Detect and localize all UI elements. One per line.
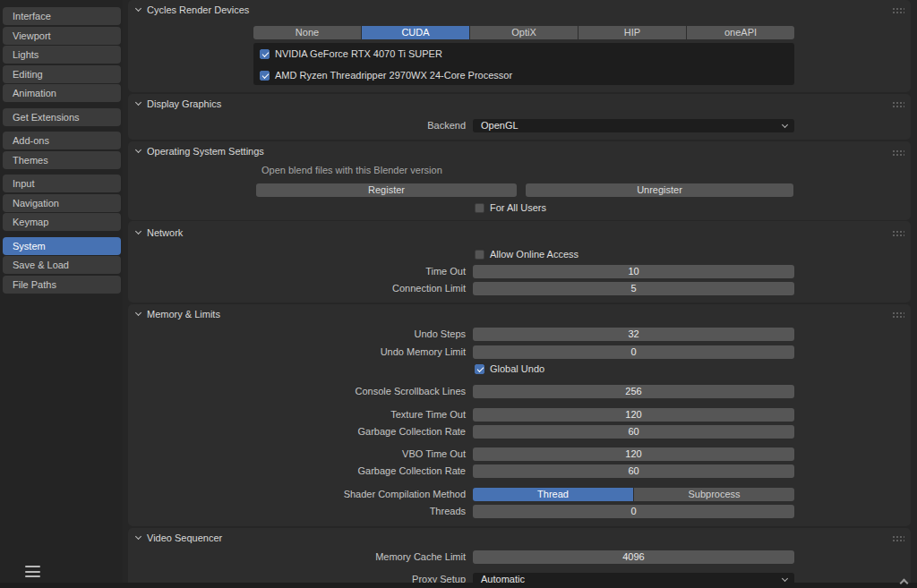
vbo-gc-rate-field[interactable]: 60 xyxy=(473,464,794,478)
device-type-cuda[interactable]: CUDA xyxy=(362,26,469,39)
sidebar-item-animation[interactable]: Animation xyxy=(3,84,121,102)
panel-header-memory-limits[interactable]: Memory & Limits xyxy=(136,308,220,320)
panel-drag-grip-icon[interactable] xyxy=(892,311,904,318)
device-row-gpu[interactable]: NVIDIA GeForce RTX 4070 Ti SUPER xyxy=(260,48,442,59)
panel-header-cycles[interactable]: Cycles Render Devices xyxy=(136,4,249,16)
scroll-more-indicator-icon[interactable] xyxy=(898,577,909,586)
panel-drag-grip-icon[interactable] xyxy=(892,7,904,13)
checkbox-unchecked-icon[interactable] xyxy=(475,250,484,260)
shader-method-thread[interactable]: Thread xyxy=(473,488,633,501)
sidebar-item-input[interactable]: Input xyxy=(3,175,121,192)
panel-memory-limits: Memory & Limits Undo Steps 32 Undo Memor… xyxy=(128,304,911,526)
chevron-down-icon xyxy=(782,122,788,128)
sidebar-item-lights[interactable]: Lights xyxy=(3,46,121,64)
device-label: NVIDIA GeForce RTX 4070 Ti SUPER xyxy=(275,48,442,59)
threads-field[interactable]: 0 xyxy=(473,505,794,518)
sidebar-item-navigation[interactable]: Navigation xyxy=(3,194,121,212)
backend-label: Backend xyxy=(128,119,466,132)
global-undo-label: Global Undo xyxy=(490,363,544,374)
blend-association-note: Open blend files with this Blender versi… xyxy=(261,165,442,175)
backend-dropdown[interactable]: OpenGL xyxy=(473,119,794,132)
texture-time-out-label: Texture Time Out xyxy=(128,408,466,422)
sidebar-item-save-load[interactable]: Save & Load xyxy=(3,256,121,274)
sidebar-item-keymap[interactable]: Keymap xyxy=(3,213,121,231)
sidebar-item-interface[interactable]: Interface xyxy=(3,7,121,25)
panel-drag-grip-icon[interactable] xyxy=(892,535,904,541)
threads-label: Threads xyxy=(128,505,466,518)
preferences-main-region: Cycles Render Devices None CUDA OptiX HI… xyxy=(124,0,917,588)
for-all-users-label: For All Users xyxy=(490,202,546,213)
vbo-time-out-field[interactable]: 120 xyxy=(473,447,794,461)
undo-memory-limit-field[interactable]: 0 xyxy=(473,345,794,359)
panel-drag-grip-icon[interactable] xyxy=(892,101,904,107)
device-type-oneapi[interactable]: oneAPI xyxy=(687,26,794,39)
sidebar-item-file-paths[interactable]: File Paths xyxy=(3,276,121,294)
panel-title: Operating System Settings xyxy=(147,146,264,157)
device-label: AMD Ryzen Threadripper 2970WX 24-Core Pr… xyxy=(275,70,512,81)
register-button[interactable]: Register xyxy=(256,183,517,197)
shader-compilation-method-segmented: Thread Subprocess xyxy=(473,488,794,501)
editor-type-menu-icon[interactable] xyxy=(25,566,40,577)
shader-compilation-method-label: Shader Compilation Method xyxy=(128,488,466,501)
panel-header-network[interactable]: Network xyxy=(136,226,183,239)
texture-gc-rate-field[interactable]: 60 xyxy=(473,425,794,439)
backend-value: OpenGL xyxy=(481,120,518,131)
memory-cache-limit-field[interactable]: 4096 xyxy=(473,550,794,564)
panel-header-video-sequencer[interactable]: Video Sequencer xyxy=(136,532,222,544)
panel-title: Network xyxy=(147,227,183,238)
chevron-down-icon xyxy=(135,228,141,234)
device-type-hip[interactable]: HIP xyxy=(578,26,686,39)
sidebar-item-viewport[interactable]: Viewport xyxy=(3,27,121,45)
undo-memory-limit-label: Undo Memory Limit xyxy=(128,345,466,359)
chevron-down-icon xyxy=(135,5,141,12)
undo-steps-label: Undo Steps xyxy=(128,328,466,341)
panel-network: Network Allow Online Access Time Out 10 … xyxy=(128,221,911,303)
panel-video-sequencer: Video Sequencer Memory Cache Limit 4096 … xyxy=(128,528,911,588)
panel-drag-grip-icon[interactable] xyxy=(892,230,904,236)
global-undo-checkbox-row[interactable]: Global Undo xyxy=(475,363,544,374)
sidebar-item-get-extensions[interactable]: Get Extensions xyxy=(3,108,121,126)
checkbox-checked-icon[interactable] xyxy=(260,49,270,59)
checkbox-unchecked-icon[interactable] xyxy=(475,203,484,213)
sidebar-item-addons[interactable]: Add-ons xyxy=(3,132,121,149)
checkbox-checked-icon[interactable] xyxy=(260,71,270,81)
time-out-field[interactable]: 10 xyxy=(473,265,794,278)
undo-steps-field[interactable]: 32 xyxy=(473,328,794,341)
panel-operating-system-settings: Operating System Settings Open blend fil… xyxy=(128,141,911,220)
console-scrollback-label: Console Scrollback Lines xyxy=(128,385,466,398)
sidebar-item-system[interactable]: System xyxy=(3,237,121,255)
device-type-none[interactable]: None xyxy=(253,26,361,39)
panel-display-graphics: Display Graphics Backend OpenGL xyxy=(128,94,911,140)
panel-header-os-settings[interactable]: Operating System Settings xyxy=(136,145,264,158)
panel-cycles-render-devices: Cycles Render Devices None CUDA OptiX HI… xyxy=(128,0,911,92)
preferences-sidebar: Interface Viewport Lights Editing Animat… xyxy=(0,0,123,588)
time-out-label: Time Out xyxy=(128,265,466,278)
for-all-users-checkbox-row[interactable]: For All Users xyxy=(475,202,546,213)
texture-time-out-field[interactable]: 120 xyxy=(473,408,794,422)
checkbox-checked-icon[interactable] xyxy=(475,364,484,374)
chevron-down-icon xyxy=(135,147,141,153)
panel-title: Video Sequencer xyxy=(147,533,222,543)
device-row-cpu[interactable]: AMD Ryzen Threadripper 2970WX 24-Core Pr… xyxy=(260,70,512,81)
allow-online-access-label: Allow Online Access xyxy=(490,249,578,260)
unregister-button[interactable]: Unregister xyxy=(526,183,793,197)
vbo-time-out-label: VBO Time Out xyxy=(128,447,466,461)
chevron-down-icon xyxy=(782,575,788,582)
chevron-down-icon xyxy=(135,533,141,540)
panel-header-display-graphics[interactable]: Display Graphics xyxy=(136,98,221,110)
connection-limit-field[interactable]: 5 xyxy=(473,282,794,295)
memory-cache-limit-label: Memory Cache Limit xyxy=(128,550,466,564)
device-list: NVIDIA GeForce RTX 4070 Ti SUPER AMD Ryz… xyxy=(253,43,794,85)
chevron-down-icon xyxy=(135,310,141,316)
sidebar-item-editing[interactable]: Editing xyxy=(3,65,121,83)
connection-limit-label: Connection Limit xyxy=(128,282,466,295)
sidebar-item-themes[interactable]: Themes xyxy=(3,151,121,169)
console-scrollback-field[interactable]: 256 xyxy=(473,385,794,398)
device-type-optix[interactable]: OptiX xyxy=(470,26,578,39)
panel-title: Display Graphics xyxy=(147,98,221,109)
texture-gc-rate-label: Garbage Collection Rate xyxy=(128,425,466,439)
panel-drag-grip-icon[interactable] xyxy=(892,149,904,156)
allow-online-access-checkbox-row[interactable]: Allow Online Access xyxy=(475,249,578,260)
vbo-gc-rate-label: Garbage Collection Rate xyxy=(128,464,466,478)
shader-method-subprocess[interactable]: Subprocess xyxy=(634,488,794,501)
